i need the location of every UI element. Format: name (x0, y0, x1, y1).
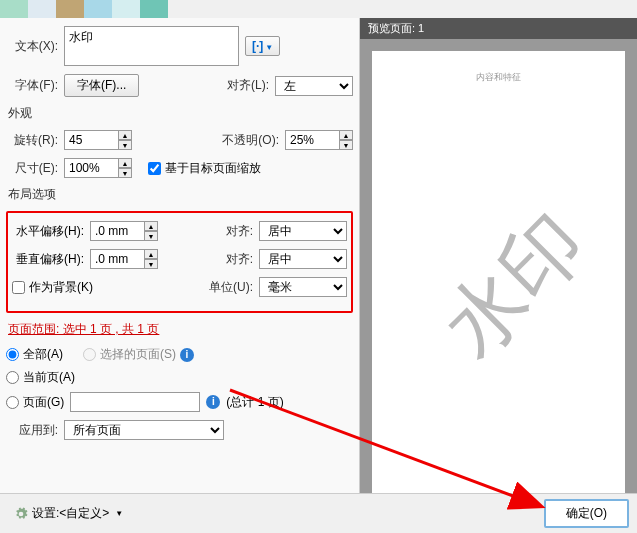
spin-down[interactable]: ▼ (339, 140, 353, 150)
radio-all-row[interactable]: 全部(A) (6, 346, 63, 363)
spin-down[interactable]: ▼ (118, 140, 132, 150)
total-pages-text: (总计 1 页) (226, 394, 283, 411)
preview-content-text: 内容和特征 (476, 71, 521, 84)
spin-up[interactable]: ▲ (144, 249, 158, 259)
radio-pages-label: 页面(G) (23, 394, 64, 411)
opacity-input[interactable] (285, 130, 340, 150)
halign-label: 对齐: (219, 223, 253, 240)
text-label: 文本(X): (6, 38, 58, 55)
spin-up[interactable]: ▲ (339, 130, 353, 140)
preview-panel: 预览页面: 1 内容和特征 水印 1 (360, 18, 637, 510)
scale-checkbox[interactable] (148, 162, 161, 175)
radio-selected-row[interactable]: 选择的页面(S) i (83, 346, 194, 363)
bottom-bar: 设置:<自定义> ▼ 确定(O) (0, 493, 637, 533)
valign-select[interactable]: 居中 (259, 249, 347, 269)
spin-down[interactable]: ▼ (144, 231, 158, 241)
settings-label: 设置:<自定义> (32, 505, 109, 522)
spin-down[interactable]: ▼ (118, 168, 132, 178)
valign-label: 对齐: (219, 251, 253, 268)
preview-watermark: 水印 (420, 191, 610, 381)
watermark-text-input[interactable] (64, 26, 239, 66)
info-icon[interactable]: i (206, 395, 220, 409)
voffset-spinner[interactable]: ▲▼ (90, 249, 158, 269)
hoffset-label: 水平偏移(H): (12, 223, 84, 240)
appearance-title: 外观 (8, 105, 353, 122)
textalign-label: 对齐(L): (217, 77, 269, 94)
asbg-checkbox[interactable] (12, 281, 25, 294)
hoffset-spinner[interactable]: ▲▼ (90, 221, 158, 241)
obscured-titlebar (0, 0, 168, 18)
radio-all[interactable] (6, 348, 19, 361)
spin-up[interactable]: ▲ (118, 158, 132, 168)
size-input[interactable] (64, 158, 119, 178)
gear-icon (14, 507, 28, 521)
radio-selected (83, 348, 96, 361)
unit-label: 单位(U): (205, 279, 253, 296)
text-options-button[interactable]: [·]▼ (245, 36, 280, 56)
preview-page: 内容和特征 水印 (372, 51, 625, 498)
size-label: 尺寸(E): (6, 160, 58, 177)
pagerange-title: 页面范围: 选中 1 页 , 共 1 页 (8, 321, 353, 338)
applyto-label: 应用到: (6, 422, 58, 439)
textalign-select[interactable]: 左 (275, 76, 353, 96)
size-spinner[interactable]: ▲▼ (64, 158, 132, 178)
voffset-label: 垂直偏移(H): (12, 251, 84, 268)
hoffset-input[interactable] (90, 221, 145, 241)
layout-title: 布局选项 (8, 186, 353, 203)
radio-pages[interactable] (6, 396, 19, 409)
preview-header: 预览页面: 1 (360, 18, 637, 39)
preview-area: 内容和特征 水印 1 (360, 39, 637, 510)
scale-checkbox-label: 基于目标页面缩放 (165, 160, 261, 177)
spin-up[interactable]: ▲ (144, 221, 158, 231)
halign-select[interactable]: 居中 (259, 221, 347, 241)
radio-current-label: 当前页(A) (23, 369, 75, 386)
opacity-label: 不透明(O): (215, 132, 279, 149)
layout-highlight: 水平偏移(H): ▲▼ 对齐: 居中 垂直偏移(H): ▲▼ 对齐: (6, 211, 353, 313)
rotate-label: 旋转(R): (6, 132, 58, 149)
font-label: 字体(F): (6, 77, 58, 94)
spin-up[interactable]: ▲ (118, 130, 132, 140)
rotate-spinner[interactable]: ▲▼ (64, 130, 132, 150)
spin-down[interactable]: ▼ (144, 259, 158, 269)
pages-input[interactable] (70, 392, 200, 412)
rotate-input[interactable] (64, 130, 119, 150)
settings-dropdown[interactable]: 设置:<自定义> ▼ (8, 503, 129, 524)
applyto-select[interactable]: 所有页面 (64, 420, 224, 440)
font-button[interactable]: 字体(F)... (64, 74, 139, 97)
radio-current[interactable] (6, 371, 19, 384)
unit-select[interactable]: 毫米 (259, 277, 347, 297)
radio-current-row[interactable]: 当前页(A) (6, 369, 75, 386)
radio-all-label: 全部(A) (23, 346, 63, 363)
opacity-spinner[interactable]: ▲▼ (285, 130, 353, 150)
ok-button[interactable]: 确定(O) (544, 499, 629, 528)
voffset-input[interactable] (90, 249, 145, 269)
chevron-down-icon: ▼ (115, 509, 123, 518)
info-icon[interactable]: i (180, 348, 194, 362)
radio-pages-row[interactable]: 页面(G) (6, 394, 64, 411)
settings-panel: 文本(X): [·]▼ 字体(F): 字体(F)... 对齐(L): 左 外观 … (0, 18, 360, 510)
asbg-label: 作为背景(K) (29, 279, 93, 296)
radio-selected-label: 选择的页面(S) (100, 346, 176, 363)
